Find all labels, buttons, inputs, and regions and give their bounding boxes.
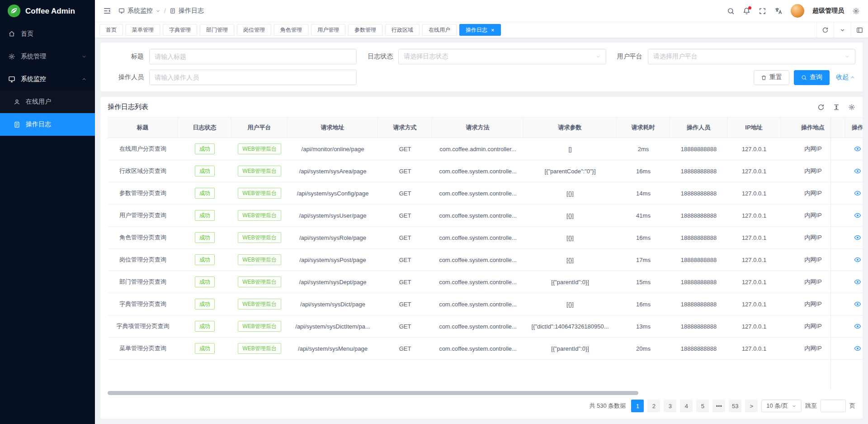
settings-gear-icon[interactable] (848, 104, 855, 111)
tab[interactable]: 在线用户 (422, 24, 457, 36)
cell-operator: 18888888888 (670, 338, 727, 360)
view-icon[interactable] (854, 167, 861, 175)
cell-url: /api/system/sysDictItem/pa... (288, 315, 378, 338)
cell-operator: 18888888888 (670, 205, 727, 227)
cell-status: 成功 (178, 182, 231, 205)
fullscreen-icon[interactable] (759, 7, 766, 15)
tab-label: 字典管理 (169, 26, 191, 34)
view-icon[interactable] (854, 278, 861, 286)
page-button[interactable]: 3 (664, 400, 676, 412)
cell-status: 成功 (178, 293, 231, 315)
cell-location: 内网IP (781, 182, 845, 205)
user-name[interactable]: 超级管理员 (812, 7, 844, 15)
cell-operator: 18888888888 (670, 160, 727, 182)
column-header: 操作 (845, 117, 863, 138)
operator-input[interactable] (155, 74, 351, 81)
sidebar-menu: 首页 系统管理 系统监控 在线用户 操作日志 (0, 23, 95, 136)
cell-handler: com.coffee.admin.controller... (432, 138, 524, 160)
cell-url: /api/system/sysConfig/page (288, 182, 378, 205)
user-platform-select[interactable]: 请选择用户平台 (648, 49, 855, 64)
page-size-select[interactable]: 10 条/页 (761, 400, 802, 412)
page-button[interactable]: 1 (631, 400, 644, 412)
log-table-card: 操作日志列表 (100, 97, 863, 419)
page-button[interactable]: 53 (729, 400, 741, 412)
log-status-select[interactable]: 请选择日志状态 (398, 49, 606, 64)
page-button[interactable]: 5 (696, 400, 709, 412)
sidebar-item-system-management[interactable]: 系统管理 (0, 45, 95, 68)
search-button[interactable]: 查询 (794, 70, 830, 85)
tab[interactable]: 菜单管理 (126, 24, 160, 36)
gear-icon (8, 53, 15, 60)
pagination-ellipsis[interactable]: ••• (712, 400, 725, 412)
cell-location: 内网IP (781, 160, 845, 182)
settings-gear-icon[interactable] (852, 7, 860, 15)
cell-status-tag: 成功 (195, 166, 215, 176)
view-icon[interactable] (854, 190, 861, 197)
search-icon[interactable] (727, 7, 735, 15)
view-icon[interactable] (854, 145, 861, 152)
tab[interactable]: 行政区域 (385, 24, 420, 36)
column-height-icon[interactable] (833, 104, 840, 111)
next-page-button[interactable]: > (745, 400, 758, 412)
view-icon[interactable] (854, 323, 861, 330)
reset-button[interactable]: 重置 (754, 70, 789, 85)
sidebar-item-online-users[interactable]: 在线用户 (0, 91, 95, 113)
page-button[interactable]: 2 (647, 400, 660, 412)
cell-handler: com.coffee.system.controlle... (432, 182, 524, 205)
table-header-row: 标题日志状态用户平台请求地址请求方式请求方法请求参数请求耗时操作人员IP地址操作… (108, 117, 863, 138)
tab[interactable]: 首页 (99, 24, 123, 36)
translate-icon[interactable] (774, 7, 783, 15)
refresh-icon[interactable] (816, 22, 834, 38)
cell-params: [{}] (524, 249, 617, 271)
tab[interactable]: 部门管理 (200, 24, 234, 36)
cell-method: GET (378, 338, 432, 360)
cell-status-tag: 成功 (195, 276, 215, 287)
chevron-down-icon (792, 404, 797, 409)
main-area: 系统监控 / 操作日志 超级管理员 (95, 0, 868, 424)
cell-platform: WEB管理后台 (231, 227, 288, 249)
tab[interactable]: 操作日志× (459, 24, 501, 36)
sidebar-item-operation-log[interactable]: 操作日志 (0, 113, 95, 136)
jump-page-input[interactable] (821, 400, 846, 412)
cell-status: 成功 (178, 138, 231, 160)
table-row: 字典管理分页查询成功WEB管理后台/api/system/sysDict/pag… (108, 293, 863, 315)
tab[interactable]: 角色管理 (274, 24, 308, 36)
sidebar-item-home[interactable]: 首页 (0, 23, 95, 45)
tab[interactable]: 用户管理 (311, 24, 345, 36)
tab[interactable]: 岗位管理 (237, 24, 271, 36)
table-row: 行政区域分页查询成功WEB管理后台/api/system/sysArea/pag… (108, 160, 863, 182)
tab[interactable]: 参数管理 (348, 24, 382, 36)
breadcrumb-item-system-monitor[interactable]: 系统监控 (118, 7, 160, 15)
cell-platform-tag: WEB管理后台 (238, 143, 281, 154)
collapse-link[interactable]: 收起 (836, 73, 855, 81)
sidebar-item-system-monitor[interactable]: 系统监控 (0, 68, 95, 91)
title-input-wrap (149, 49, 357, 64)
cell-params: [{"parentId":0}] (524, 338, 617, 360)
view-icon[interactable] (854, 234, 861, 241)
page-button[interactable]: 4 (680, 400, 693, 412)
menu-fold-icon[interactable] (103, 7, 111, 15)
view-icon[interactable] (854, 345, 861, 352)
avatar[interactable] (791, 4, 804, 18)
tab-close-icon[interactable]: × (491, 27, 495, 33)
pagination-pages: 12345•••53 (631, 400, 741, 412)
title-input[interactable] (155, 53, 351, 60)
refresh-icon[interactable] (817, 104, 825, 111)
cell-status: 成功 (178, 205, 231, 227)
cell-location: 内网IP (781, 315, 845, 338)
total-count: 共 530 条数据 (589, 402, 626, 410)
view-icon[interactable] (854, 256, 861, 263)
column-header: 请求方式 (378, 117, 432, 138)
cell-params: [] (524, 138, 617, 160)
layout-icon[interactable] (851, 22, 868, 38)
cell-ip: 127.0.0.1 (727, 227, 781, 249)
breadcrumb-label: 操作日志 (179, 7, 204, 15)
view-icon[interactable] (854, 212, 861, 219)
view-icon[interactable] (854, 300, 861, 308)
tab[interactable]: 字典管理 (163, 24, 197, 36)
cell-location: 内网IP (781, 293, 845, 315)
bell-icon[interactable] (743, 7, 750, 15)
scrollbar-thumb[interactable] (108, 391, 638, 395)
chevron-down-icon[interactable] (834, 22, 851, 38)
cell-handler: com.coffee.system.controlle... (432, 315, 524, 338)
